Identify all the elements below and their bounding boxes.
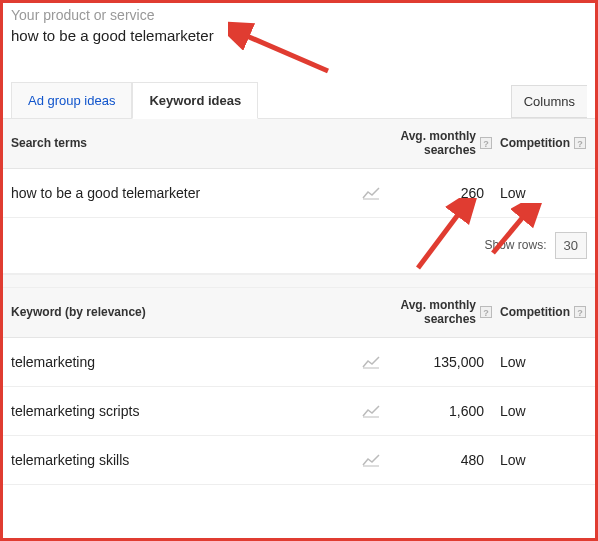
help-icon[interactable]: ? [574,137,586,149]
cell-competition: Low [492,185,587,201]
table-row[interactable]: telemarketing scripts 1,600 Low [3,387,595,436]
trend-chart-icon[interactable] [362,453,392,467]
table-header: Search terms Avg. monthly searches ? Com… [3,119,595,169]
keyword-relevance-table: Keyword (by relevance) Avg. monthly sear… [3,288,595,485]
columns-button[interactable]: Columns [511,85,587,118]
table-row[interactable]: telemarketing 135,000 Low [3,338,595,387]
cell-searches: 135,000 [392,354,492,370]
section-gap [3,274,595,288]
table-row[interactable]: how to be a good telemarketer 260 Low [3,169,595,218]
table-body: telemarketing 135,000 Low telemarketing … [3,338,595,485]
show-rows-select[interactable]: 30 [555,232,587,259]
search-input-section: Your product or service how to be a good… [3,3,595,64]
tabs-row: Ad group ideas Keyword ideas Columns [3,64,595,119]
col-competition[interactable]: Competition ? [492,136,587,150]
col-keyword-relevance[interactable]: Keyword (by relevance) [11,305,362,319]
search-terms-table: Search terms Avg. monthly searches ? Com… [3,119,595,218]
tab-keyword-ideas[interactable]: Keyword ideas [132,82,258,119]
show-rows-control: Show rows: 30 [3,218,595,274]
trend-chart-icon[interactable] [362,404,392,418]
cell-term: telemarketing [11,354,362,370]
annotation-frame: Your product or service how to be a good… [0,0,598,541]
help-icon[interactable]: ? [574,306,586,318]
cell-competition: Low [492,403,587,419]
cell-searches: 260 [392,185,492,201]
cell-competition: Low [492,354,587,370]
show-rows-label: Show rows: [485,238,547,252]
cell-searches: 480 [392,452,492,468]
tab-ad-group-ideas[interactable]: Ad group ideas [11,82,132,118]
col-search-terms[interactable]: Search terms [11,136,362,150]
col-competition[interactable]: Competition ? [492,305,587,319]
trend-chart-icon[interactable] [362,186,392,200]
cell-term: telemarketing skills [11,452,362,468]
trend-chart-icon[interactable] [362,355,392,369]
table-header: Keyword (by relevance) Avg. monthly sear… [3,288,595,338]
table-body: how to be a good telemarketer 260 Low [3,169,595,218]
cell-term: telemarketing scripts [11,403,362,419]
table-row[interactable]: telemarketing skills 480 Low [3,436,595,485]
help-icon[interactable]: ? [480,137,492,149]
cell-term: how to be a good telemarketer [11,185,362,201]
col-avg-monthly-searches[interactable]: Avg. monthly searches ? [362,129,492,158]
cell-competition: Low [492,452,587,468]
search-input[interactable]: how to be a good telemarketer [11,25,587,56]
col-avg-monthly-searches[interactable]: Avg. monthly searches ? [362,298,492,327]
help-icon[interactable]: ? [480,306,492,318]
cell-searches: 1,600 [392,403,492,419]
input-label: Your product or service [11,7,587,23]
